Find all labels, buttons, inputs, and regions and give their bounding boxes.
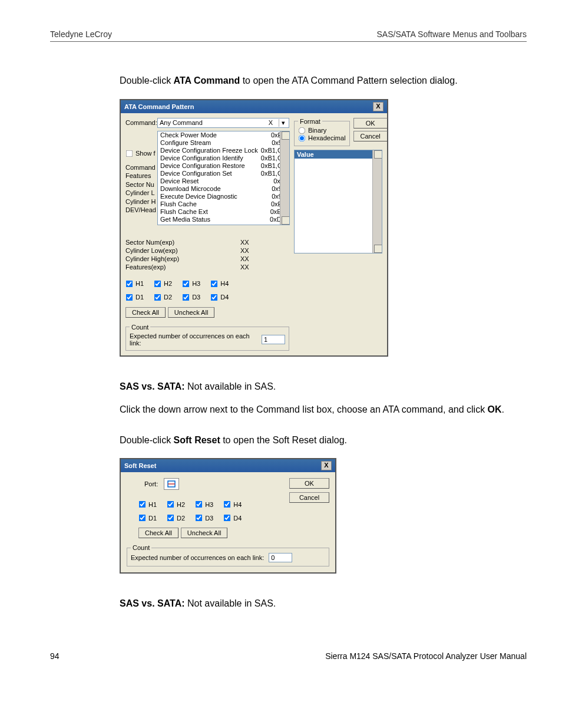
port-checkbox-h2[interactable]: H2: [167, 500, 185, 508]
dropdown-item[interactable]: Device Configuration Identify0xB1,C2: [158, 154, 289, 162]
port-checkbox-d4[interactable]: D4: [223, 514, 242, 522]
page-number: 94: [50, 651, 59, 661]
close-icon[interactable]: X: [373, 102, 384, 111]
count-fieldset: Count Expected number of occurrences on …: [125, 324, 289, 351]
port-checkbox-d3[interactable]: D3: [195, 514, 213, 522]
format-binary-radio[interactable]: Binary: [298, 127, 346, 134]
port-checkbox-h1[interactable]: H1: [125, 280, 144, 288]
soft-reset-dialog: Soft Reset X OK Cancel Port:: [120, 458, 336, 574]
command-label: Command:: [125, 119, 157, 126]
dropdown-item[interactable]: Get Media Status0xDA: [158, 216, 289, 223]
ata-title: ATA Command Pattern: [124, 103, 194, 110]
count-fieldset: Count Expected number of occurrences on …: [127, 544, 329, 566]
dropdown-item[interactable]: Device Reset0x 8: [158, 177, 289, 185]
ok-button[interactable]: OK: [289, 478, 329, 489]
sas-note-1: SAS vs. SATA: Not available in SAS.: [120, 380, 527, 393]
header-rule: [50, 41, 527, 42]
port-checkbox-d2[interactable]: D2: [167, 514, 185, 522]
scrollbar[interactable]: [372, 150, 382, 253]
ok-button[interactable]: OK: [353, 118, 388, 129]
check-all-button[interactable]: Check All: [138, 528, 178, 538]
port-label: Port:: [144, 480, 158, 487]
paragraph-click-ok: Click the down arrow next to the Command…: [120, 403, 527, 416]
count-label: Expected number of occurrences on each l…: [130, 332, 257, 347]
command-dropdown[interactable]: Check Power Mode0xE5Configure Stream0x51…: [157, 131, 290, 225]
field-row: Sector Num(exp)XX: [125, 239, 289, 246]
uncheck-all-button[interactable]: Uncheck All: [181, 528, 227, 538]
header-right: SAS/SATA Software Menus and Toolbars: [377, 29, 527, 39]
dropdown-item[interactable]: Flush Cache Ext0xEA: [158, 208, 289, 216]
field-row: Cylinder High(exp)XX: [125, 255, 289, 262]
dropdown-item[interactable]: Configure Stream0x51: [158, 139, 289, 147]
chevron-down-icon[interactable]: ▾: [279, 119, 287, 127]
dropdown-item[interactable]: Device Configuration Restore0xB1,C0: [158, 162, 289, 170]
paragraph-ata-intro: Double-click ATA Command to open the ATA…: [120, 74, 527, 87]
scrollbar[interactable]: [280, 131, 289, 225]
port-checkbox-d1[interactable]: D1: [138, 514, 157, 522]
show-checkbox[interactable]: Show f: [125, 150, 156, 157]
ata-dialog: ATA Command Pattern X Command: Any Comma…: [120, 99, 388, 357]
port-checkbox-h4[interactable]: H4: [223, 500, 242, 508]
dropdown-item[interactable]: Download Microcode0x92: [158, 185, 289, 193]
cancel-button[interactable]: Cancel: [289, 492, 329, 503]
field-row: Features(exp)XX: [125, 263, 289, 271]
command-combo[interactable]: Any Command X ▾: [157, 118, 289, 128]
field-row: Cylinder Low(exp)XX: [125, 247, 289, 254]
port-checkbox-h4[interactable]: H4: [210, 280, 229, 288]
dropdown-item[interactable]: Device Configuration Freeze Lock0xB1,C1: [158, 147, 289, 154]
port-checkbox-h3[interactable]: H3: [195, 500, 213, 508]
dropdown-item[interactable]: Device Configuration Set0xB1,C3: [158, 170, 289, 177]
port-checkbox-h2[interactable]: H2: [154, 280, 172, 288]
uncheck-all-button[interactable]: Uncheck All: [168, 307, 214, 318]
cancel-button[interactable]: Cancel: [353, 131, 388, 141]
count-label: Expected number of occurrences on each l…: [131, 554, 264, 561]
count-input[interactable]: [269, 553, 292, 562]
port-checkbox-d3[interactable]: D3: [182, 294, 200, 301]
dropdown-item[interactable]: Flush Cache0xE7: [158, 200, 289, 208]
format-hex-radio[interactable]: Hexadecimal: [298, 134, 346, 142]
value-grid[interactable]: Value: [294, 150, 382, 253]
paragraph-soft-reset-intro: Double-click Soft Reset to open the Soft…: [120, 434, 527, 447]
port-checkbox-d1[interactable]: D1: [125, 294, 144, 301]
format-fieldset: Format Binary Hexadecimal: [294, 118, 350, 146]
sas-note-2: SAS vs. SATA: Not available in SAS.: [120, 597, 527, 610]
dropdown-item[interactable]: Check Power Mode0xE5: [158, 131, 289, 139]
dropdown-item[interactable]: Execute Device Diagnostic0x90: [158, 193, 289, 200]
port-checkbox-h1[interactable]: H1: [138, 500, 157, 508]
count-input[interactable]: [262, 335, 285, 344]
port-checkbox-d2[interactable]: D2: [154, 294, 172, 301]
close-icon[interactable]: X: [321, 461, 332, 470]
port-icon[interactable]: [164, 478, 179, 490]
port-checkbox-h3[interactable]: H3: [182, 280, 200, 288]
header-left: Teledyne LeCroy: [50, 29, 112, 39]
sr-title: Soft Reset: [124, 462, 156, 469]
check-all-button[interactable]: Check All: [125, 307, 166, 318]
footer-title: Sierra M124 SAS/SATA Protocol Analyzer U…: [325, 651, 527, 661]
port-checkbox-d4[interactable]: D4: [210, 294, 229, 301]
